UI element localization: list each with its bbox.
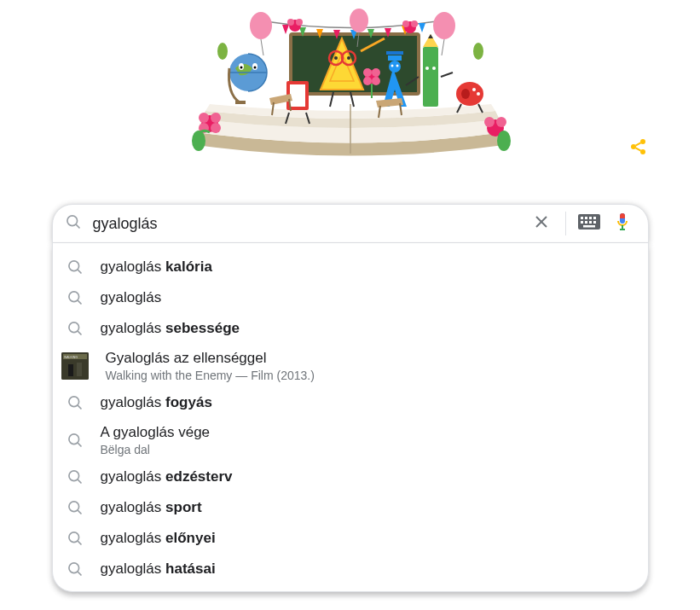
- suggestion-item[interactable]: A gyaloglás végeBëlga dal: [53, 418, 648, 462]
- svg-point-62: [425, 67, 429, 70]
- svg-rect-97: [593, 217, 596, 219]
- svg-line-22: [261, 39, 263, 55]
- svg-marker-12: [282, 25, 289, 34]
- suggestion-item[interactable]: WALKINGGyaloglás az ellenséggelWalking w…: [53, 344, 648, 387]
- suggestion-text: gyaloglás sebessége: [101, 319, 240, 338]
- divider: [565, 212, 566, 235]
- search-icon: [67, 394, 84, 411]
- suggestion-text: Gyaloglás az ellenséggel: [106, 349, 315, 368]
- keyboard-icon[interactable]: [573, 214, 605, 233]
- svg-point-67: [461, 89, 470, 99]
- svg-point-32: [240, 67, 242, 69]
- svg-point-80: [402, 20, 409, 27]
- svg-point-9: [496, 117, 506, 127]
- svg-line-119: [78, 443, 81, 446]
- search-icon: [67, 289, 84, 306]
- search-icon: [67, 561, 84, 578]
- share-icon[interactable]: [628, 137, 649, 157]
- suggestion-item[interactable]: gyaloglás: [53, 282, 648, 313]
- svg-point-107: [68, 292, 78, 302]
- svg-rect-56: [386, 51, 403, 55]
- suggestion-item[interactable]: gyaloglás kalória: [53, 252, 648, 282]
- svg-point-122: [68, 502, 78, 512]
- suggestion-text: gyaloglás sport: [101, 498, 202, 517]
- suggestion-item[interactable]: gyaloglás hatásai: [53, 554, 648, 584]
- suggestion-item[interactable]: gyaloglás sebessége: [53, 313, 648, 344]
- svg-point-126: [68, 563, 78, 573]
- svg-line-121: [78, 479, 81, 483]
- svg-point-89: [67, 216, 77, 226]
- svg-point-83: [473, 43, 483, 60]
- suggestion-text: gyaloglás: [101, 288, 162, 307]
- svg-point-69: [477, 92, 480, 96]
- suggestion-text: A gyaloglás vége: [101, 423, 211, 442]
- svg-point-33: [253, 67, 256, 69]
- svg-point-82: [217, 43, 228, 60]
- svg-point-109: [68, 322, 78, 333]
- clear-button[interactable]: [524, 212, 558, 235]
- voice-search-icon[interactable]: [605, 212, 636, 235]
- suggestion-content: gyaloglás sebessége: [101, 319, 240, 338]
- search-icon: [67, 468, 84, 485]
- suggestion-item[interactable]: gyaloglás előnyei: [53, 523, 648, 554]
- google-doodle[interactable]: [163, 9, 538, 162]
- doodle-container: [0, 0, 700, 178]
- search-icon: [67, 320, 84, 337]
- svg-line-26: [442, 39, 444, 55]
- svg-point-5: [211, 123, 221, 133]
- svg-rect-99: [585, 221, 587, 224]
- svg-line-117: [78, 405, 81, 409]
- suggestion-content: gyaloglás edzésterv: [101, 468, 233, 486]
- suggestion-text: gyaloglás előnyei: [101, 529, 216, 548]
- svg-line-110: [78, 331, 81, 334]
- svg-line-127: [78, 572, 81, 575]
- suggestions-dropdown: gyaloglás kalóriagyaloglásgyaloglás sebe…: [52, 243, 649, 592]
- suggestion-content: gyaloglás kalória: [101, 258, 212, 276]
- svg-point-124: [68, 532, 78, 543]
- suggestion-content: gyaloglás: [101, 288, 162, 307]
- svg-rect-55: [388, 55, 402, 61]
- suggestion-text: gyaloglás edzésterv: [101, 468, 233, 486]
- svg-point-77: [287, 19, 294, 26]
- svg-rect-101: [593, 221, 596, 224]
- suggestion-item[interactable]: gyaloglás sport: [53, 492, 648, 523]
- suggestion-item[interactable]: gyaloglás fogyás: [53, 387, 648, 418]
- svg-rect-29: [235, 101, 246, 104]
- svg-rect-96: [589, 217, 592, 219]
- svg-point-8: [484, 117, 495, 127]
- svg-point-78: [296, 19, 303, 26]
- svg-line-125: [78, 541, 81, 544]
- svg-point-50: [372, 68, 380, 77]
- svg-point-43: [334, 56, 338, 60]
- svg-point-105: [68, 261, 78, 271]
- search-icon: [67, 530, 84, 547]
- svg-point-25: [433, 12, 455, 39]
- suggestion-content: gyaloglás előnyei: [101, 529, 216, 548]
- svg-point-58: [396, 65, 398, 67]
- suggestion-text: gyaloglás hatásai: [101, 560, 216, 578]
- suggestion-subtitle: Bëlga dal: [101, 443, 211, 456]
- search-icon: [67, 499, 84, 516]
- svg-point-63: [432, 67, 436, 70]
- suggestion-item[interactable]: gyaloglás edzésterv: [53, 462, 648, 492]
- svg-marker-20: [419, 23, 425, 32]
- svg-point-57: [390, 65, 393, 67]
- search-icon: [67, 432, 84, 449]
- suggestion-content: Gyaloglás az ellenséggelWalking with the…: [106, 349, 315, 382]
- search-container: gyaloglás kalóriagyaloglásgyaloglás sebe…: [52, 204, 649, 592]
- svg-point-3: [211, 113, 221, 123]
- svg-line-87: [636, 142, 641, 145]
- svg-line-65: [441, 73, 453, 77]
- svg-point-2: [199, 113, 209, 123]
- svg-rect-94: [581, 217, 583, 219]
- svg-point-44: [347, 56, 350, 60]
- svg-line-106: [78, 270, 81, 273]
- suggestion-content: gyaloglás fogyás: [101, 393, 212, 412]
- svg-line-123: [78, 510, 81, 514]
- search-input[interactable]: [93, 215, 524, 233]
- svg-point-52: [372, 77, 380, 85]
- search-box: [52, 204, 649, 243]
- svg-line-108: [78, 300, 81, 304]
- svg-point-116: [68, 397, 78, 407]
- svg-point-120: [68, 471, 78, 481]
